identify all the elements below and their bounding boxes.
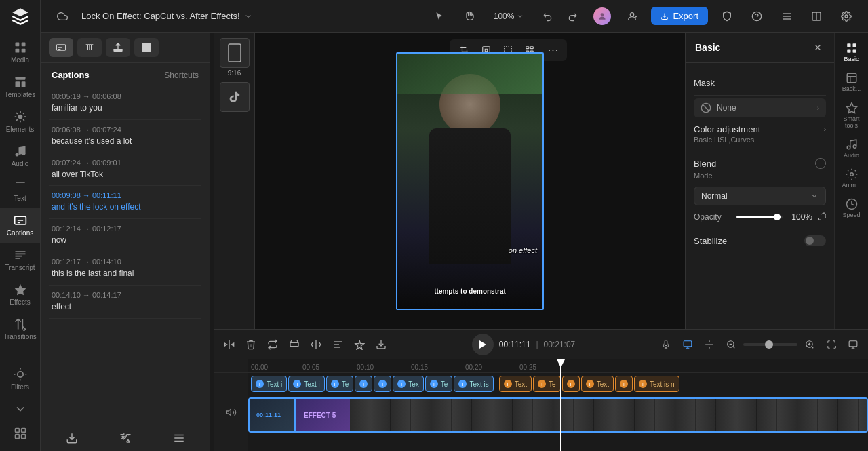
caption-chip-9[interactable]: i Text — [581, 376, 614, 392]
mask-selector[interactable]: None › — [694, 98, 826, 117]
sidebar-item-transitions[interactable]: Transitions — [0, 312, 40, 347]
side-tab-background[interactable]: Back... — [835, 68, 868, 96]
translate-button[interactable] — [119, 432, 132, 444]
side-tab-basic[interactable]: Basic — [835, 38, 868, 66]
sidebar-item-filters[interactable]: Filters — [0, 362, 40, 397]
cursor-tool[interactable] — [429, 7, 450, 26]
caption-item-7[interactable]: 00:14:10 → 00:14:17 effect — [49, 286, 201, 319]
svg-point-47 — [850, 173, 853, 176]
caption-item-2[interactable]: 00:06:08 → 00:07:24 because it's used a … — [49, 120, 201, 153]
sidebar-item-expand[interactable] — [0, 397, 40, 421]
tab-auto[interactable] — [134, 38, 159, 57]
download-captions-button[interactable] — [66, 432, 78, 444]
caption-item-3[interactable]: 00:07:24 → 00:09:01 all over TikTok — [49, 153, 201, 187]
color-adjustment-section[interactable]: Color adjustment › Basic,HSL,Curves — [694, 117, 826, 151]
caption-chip-3[interactable]: i Te — [326, 376, 354, 392]
layout-button[interactable] — [844, 335, 863, 354]
hand-tool[interactable] — [458, 7, 480, 26]
zoom-out-button[interactable] — [722, 335, 741, 354]
trim-tool[interactable] — [285, 335, 304, 354]
project-name[interactable]: Lock On Effect: CapCut vs. After Effects… — [81, 11, 252, 21]
opacity-slider[interactable] — [736, 216, 783, 218]
caption-chip-6[interactable]: i Text is — [454, 376, 493, 392]
sidebar-item-transcript[interactable]: Transcript — [0, 243, 40, 277]
expand-timeline-button[interactable] — [822, 335, 841, 354]
side-tab-speed[interactable]: Speed — [835, 194, 868, 222]
side-tab-animation[interactable]: Anim... — [835, 164, 868, 193]
ai-audio-button[interactable] — [678, 335, 697, 354]
blend-mode-dropdown[interactable]: Normal — [694, 187, 826, 205]
ruler-mark-0: 00:00 — [248, 364, 302, 371]
split-tool[interactable] — [220, 335, 239, 354]
keyframe-tool[interactable] — [350, 335, 369, 354]
volume-icon[interactable] — [214, 373, 248, 451]
caption-chip-7[interactable]: i Text — [499, 376, 532, 392]
video-clip-frames[interactable] — [350, 397, 868, 433]
thumbnail-ratio[interactable]: 9:16 — [220, 38, 250, 77]
right-panel-content: Mask None › Color adjustment › — [686, 63, 834, 329]
sidebar-item-elements[interactable]: Elements — [0, 104, 40, 139]
tab-subtitles[interactable] — [49, 38, 73, 57]
sidebar-item-text[interactable]: Text — [0, 174, 40, 208]
split-view-icon[interactable] — [806, 7, 827, 26]
caption-chip-dot4[interactable]: i — [615, 376, 633, 392]
export-tool[interactable] — [372, 335, 391, 354]
sidebar-item-media[interactable]: Media — [0, 35, 40, 70]
caption-item-4[interactable]: 00:09:08 → 00:11:11 and it's the lock on… — [49, 186, 201, 219]
video-clip-start[interactable]: 00:11:11 — [248, 397, 296, 433]
avatar[interactable] — [591, 7, 613, 26]
sidebar-item-audio[interactable]: Audio — [0, 139, 40, 174]
tab-upload[interactable] — [106, 38, 130, 57]
thumbnail-tiktok[interactable] — [220, 82, 250, 112]
audio-split-button[interactable] — [700, 335, 719, 354]
settings-icon[interactable] — [835, 7, 857, 26]
caption-item-1[interactable]: 00:05:19 → 00:06:08 familiar to you — [49, 87, 201, 120]
delete-tool[interactable] — [241, 335, 260, 354]
caption-chip-dot1[interactable]: i — [355, 376, 372, 392]
flip-tool[interactable] — [307, 335, 326, 354]
sidebar-item-captions[interactable]: Captions — [0, 208, 40, 243]
undo-button[interactable] — [537, 7, 559, 26]
caption-chip-dot2[interactable]: i — [374, 376, 391, 392]
caption-item-5[interactable]: 00:12:14 → 00:12:17 now — [49, 219, 201, 252]
sidebar-item-settings[interactable] — [0, 421, 40, 446]
svg-rect-42 — [847, 50, 850, 53]
svg-rect-49 — [290, 342, 298, 346]
caption-chip-2[interactable]: i Text i — [288, 376, 324, 392]
caption-chip-dot3[interactable]: i — [562, 376, 580, 392]
redo-button[interactable] — [561, 7, 583, 26]
caption-chip-4[interactable]: i Tex — [393, 376, 424, 392]
svg-line-58 — [812, 346, 814, 348]
side-tab-smart[interactable]: Smart tools — [835, 98, 868, 133]
align-tool[interactable] — [328, 335, 347, 354]
sidebar-item-effects[interactable]: Effects — [0, 277, 40, 312]
help-icon[interactable] — [746, 7, 768, 26]
stabilize-toggle[interactable] — [804, 235, 826, 246]
caption-chip-10[interactable]: i Text is n — [634, 376, 679, 392]
timeline-tracks-container: 00:00 00:05 00:10 00:15 — [214, 359, 868, 451]
sidebar-item-templates[interactable]: Templates — [0, 70, 40, 104]
menu-icon[interactable] — [776, 7, 797, 26]
svg-rect-53 — [684, 340, 692, 346]
zoom-in-button[interactable] — [800, 335, 819, 354]
loop-tool[interactable] — [263, 335, 282, 354]
captions-menu-button[interactable] — [173, 432, 185, 444]
close-panel-button[interactable] — [811, 41, 825, 54]
export-button[interactable]: Export — [651, 7, 708, 25]
more-options-button[interactable]: ··· — [545, 42, 561, 58]
caption-item-6[interactable]: 00:12:17 → 00:14:10 this is the last and… — [49, 252, 201, 286]
user-settings-icon[interactable] — [621, 7, 643, 26]
caption-chip-5[interactable]: i Te — [425, 376, 453, 392]
zoom-control[interactable]: 100% — [488, 9, 530, 24]
svg-line-55 — [733, 346, 735, 348]
play-button[interactable] — [472, 334, 494, 355]
side-tab-audio[interactable]: Audio — [835, 134, 868, 163]
video-clip-effect[interactable]: EFFECT 5 — [296, 397, 350, 433]
tab-text[interactable] — [77, 38, 102, 57]
opacity-reset-button[interactable] — [818, 211, 826, 223]
timeline-zoom-slider[interactable] — [743, 343, 797, 346]
svg-rect-61 — [849, 340, 857, 346]
caption-chip-1[interactable]: i Text i — [251, 376, 287, 392]
mic-button[interactable] — [656, 335, 675, 354]
caption-chip-8[interactable]: i Te — [533, 376, 561, 392]
